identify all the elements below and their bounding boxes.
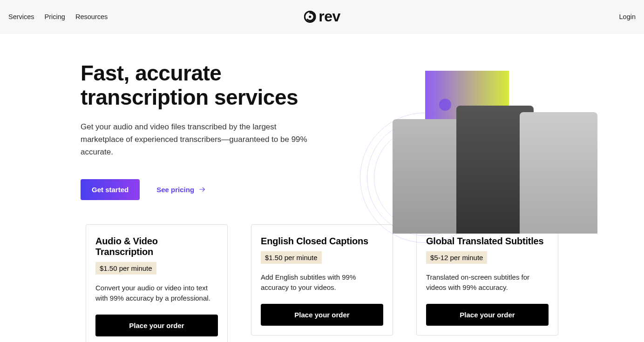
card-transcription: Audio & Video Transcription $1.50 per mi… — [86, 224, 228, 342]
nav-left: Services Pricing Resources — [8, 13, 108, 20]
logo-icon — [304, 11, 316, 23]
hero-cta-row: Get started See pricing — [81, 179, 341, 200]
see-pricing-label: See pricing — [156, 186, 194, 194]
hero-section: Fast, accurate transcription services Ge… — [0, 34, 644, 210]
hero-content: Fast, accurate transcription services Ge… — [81, 61, 341, 200]
service-cards: Audio & Video Transcription $1.50 per mi… — [0, 224, 644, 342]
hero-title: Fast, accurate transcription services — [81, 61, 341, 109]
place-order-button[interactable]: Place your order — [261, 304, 383, 326]
nav-pricing[interactable]: Pricing — [45, 13, 65, 20]
get-started-button[interactable]: Get started — [81, 179, 140, 200]
price-badge: $1.50 per minute — [95, 262, 156, 275]
card-desc: Translated on-screen subtitles for video… — [426, 272, 549, 293]
card-captions: English Closed Captions $1.50 per minute… — [251, 224, 393, 335]
hero-image — [365, 71, 597, 234]
nav-login[interactable]: Login — [619, 13, 636, 20]
card-col-transcription: Audio & Video Transcription $1.50 per mi… — [86, 224, 228, 342]
svg-point-1 — [309, 15, 311, 18]
nav-resources[interactable]: Resources — [75, 13, 108, 20]
price-badge: $1.50 per minute — [261, 251, 322, 264]
place-order-button[interactable]: Place your order — [95, 315, 218, 336]
hero-subtitle: Get your audio and video files transcrib… — [81, 121, 313, 159]
brand-logo[interactable]: rev — [304, 8, 340, 25]
card-title: Audio & Video Transcription — [95, 236, 218, 257]
card-desc: Add English subtitles with 99% accuracy … — [261, 272, 383, 293]
place-order-button[interactable]: Place your order — [426, 304, 549, 326]
card-col-subtitles: Global Translated Subtitles $5-12 per mi… — [416, 224, 558, 342]
see-pricing-link[interactable]: See pricing — [156, 186, 206, 194]
card-title: English Closed Captions — [261, 236, 383, 247]
header: Services Pricing Resources rev Login — [0, 0, 644, 34]
arrow-right-icon — [198, 186, 206, 193]
card-desc: Convert your audio or video into text wi… — [95, 283, 218, 303]
nav-services[interactable]: Services — [8, 13, 34, 20]
card-col-captions: English Closed Captions $1.50 per minute… — [251, 224, 393, 342]
brand-text: rev — [319, 8, 340, 25]
price-badge: $5-12 per minute — [426, 251, 487, 264]
